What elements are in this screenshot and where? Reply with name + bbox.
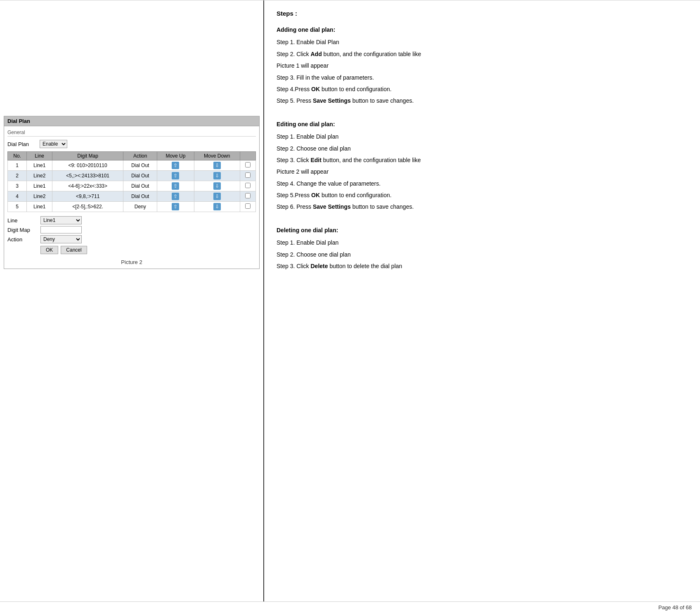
form-action-label: Action	[7, 236, 40, 243]
move-down-button[interactable]: ⇩	[213, 193, 221, 200]
right-panel: Steps : Adding one dial plan: Step 1. En…	[264, 0, 700, 601]
col-move-up: Move Up	[157, 152, 194, 160]
cell-line: Line2	[27, 171, 52, 181]
move-down-button[interactable]: ⇩	[213, 172, 221, 179]
form-action-select[interactable]: Dial Out Deny	[40, 235, 82, 243]
cell-move-up[interactable]: ⇧	[157, 181, 194, 191]
move-up-button[interactable]: ⇧	[172, 182, 179, 190]
col-action: Action	[123, 152, 157, 160]
table-row: 4Line2<9,8,:>711Dial Out⇧⇩	[8, 191, 256, 202]
editing-step-5: Step 5.Press OK button to end configurat…	[277, 191, 688, 200]
left-panel: Dial Plan General Dial Plan Enable Disab…	[0, 0, 264, 601]
form-line-select[interactable]: Line1 Line2	[40, 216, 82, 224]
form-line-label: Line	[7, 217, 40, 224]
cell-move-down[interactable]: ⇩	[194, 171, 240, 181]
cell-action: Dial Out	[123, 181, 157, 191]
move-up-button[interactable]: ⇧	[172, 172, 179, 179]
col-line: Line	[27, 152, 52, 160]
deleting-heading: Deleting one dial plan:	[277, 226, 688, 235]
cell-checkbox[interactable]	[240, 202, 255, 212]
ok-button[interactable]: OK	[40, 246, 58, 254]
row-checkbox[interactable]	[245, 183, 251, 188]
move-up-button[interactable]: ⇧	[172, 193, 179, 200]
cell-move-down[interactable]: ⇩	[194, 202, 240, 212]
dial-plan-header: Dial Plan	[4, 116, 260, 126]
cell-checkbox[interactable]	[240, 191, 255, 202]
deleting-step-2: Step 2. Choose one dial plan	[277, 250, 688, 259]
cell-move-down[interactable]: ⇩	[194, 181, 240, 191]
deleting-step-1: Step 1. Enable Dial plan	[277, 238, 688, 247]
steps-title: Steps :	[277, 9, 688, 19]
cell-move-down[interactable]: ⇩	[194, 191, 240, 202]
general-section: General Dial Plan Enable Disable No. Lin…	[4, 126, 260, 269]
table-row: 5Line1<[2-5],:5>622.Deny⇧⇩	[8, 202, 256, 212]
editing-heading: Editing one dial plan:	[277, 120, 688, 129]
dial-plan-field-row: Dial Plan Enable Disable	[7, 140, 256, 148]
cell-no: 1	[8, 160, 27, 171]
form-digit-map-row: Digit Map	[7, 226, 256, 233]
cell-no: 5	[8, 202, 27, 212]
cell-no: 3	[8, 181, 27, 191]
cancel-button[interactable]: Cancel	[61, 246, 87, 254]
picture-label: Picture 2	[7, 259, 256, 265]
page-info: Page 48 of 68	[658, 604, 692, 611]
editing-step-3: Step 3. Click Edit button, and the confi…	[277, 156, 688, 165]
editing-step-2: Step 2. Choose one dial plan	[277, 144, 688, 153]
dial-plan-section: Dial Plan General Dial Plan Enable Disab…	[4, 116, 260, 269]
editing-step-1: Step 1. Enable Dial plan	[277, 132, 688, 141]
cell-checkbox[interactable]	[240, 160, 255, 171]
adding-step-4: Step 4.Press OK button to end configurat…	[277, 85, 688, 94]
editing-step-6: Step 6. Press Save Settings button to sa…	[277, 202, 688, 211]
move-up-button[interactable]: ⇧	[172, 162, 179, 169]
cell-no: 2	[8, 171, 27, 181]
move-up-button[interactable]: ⇧	[172, 203, 179, 210]
cell-action: Dial Out	[123, 191, 157, 202]
form-line-row: Line Line1 Line2	[7, 216, 256, 224]
col-check	[240, 152, 255, 160]
cell-no: 4	[8, 191, 27, 202]
row-checkbox[interactable]	[245, 193, 251, 198]
cell-move-down[interactable]: ⇩	[194, 160, 240, 171]
move-down-button[interactable]: ⇩	[213, 162, 221, 169]
dial-plan-table: No. Line Digit Map Action Move Up Move D…	[7, 151, 256, 212]
table-row: 3Line1<4-6]:>22x<:333>Dial Out⇧⇩	[8, 181, 256, 191]
move-down-button[interactable]: ⇩	[213, 203, 221, 210]
editing-step-3b: Picture 2 will appear	[277, 167, 688, 176]
cell-line: Line1	[27, 202, 52, 212]
form-digit-map-input[interactable]	[40, 226, 82, 233]
row-checkbox[interactable]	[245, 172, 251, 178]
cell-action: Deny	[123, 202, 157, 212]
form-section: Line Line1 Line2 Digit Map Action Dial	[7, 216, 256, 254]
table-row: 2Line2<5,;><:24133>8101Dial Out⇧⇩	[8, 171, 256, 181]
adding-step-5: Step 5. Press Save Settings button to sa…	[277, 96, 688, 105]
move-down-button[interactable]: ⇩	[213, 182, 221, 190]
cell-line: Line1	[27, 160, 52, 171]
cell-digit-map: <5,;><:24133>8101	[52, 171, 123, 181]
col-move-down: Move Down	[194, 152, 240, 160]
adding-step-2: Step 2. Click Add button, and the config…	[277, 50, 688, 59]
col-no: No.	[8, 152, 27, 160]
cell-digit-map: <9,8,:>711	[52, 191, 123, 202]
adding-step-1: Step 1. Enable Dial Plan	[277, 38, 688, 47]
deleting-step-3: Step 3. Click Delete button to delete th…	[277, 262, 688, 271]
cell-move-up[interactable]: ⇧	[157, 160, 194, 171]
row-checkbox[interactable]	[245, 162, 251, 167]
cell-checkbox[interactable]	[240, 171, 255, 181]
cell-move-up[interactable]: ⇧	[157, 171, 194, 181]
form-button-row: OK Cancel	[40, 246, 256, 254]
cell-digit-map: <[2-5],:5>622.	[52, 202, 123, 212]
footer: Page 48 of 68	[0, 601, 700, 613]
general-label: General	[7, 130, 256, 137]
editing-step-4: Step 4. Change the value of parameters.	[277, 179, 688, 188]
cell-move-up[interactable]: ⇧	[157, 191, 194, 202]
cell-action: Dial Out	[123, 171, 157, 181]
form-action-row: Action Dial Out Deny	[7, 235, 256, 243]
cell-move-up[interactable]: ⇧	[157, 202, 194, 212]
cell-action: Dial Out	[123, 160, 157, 171]
cell-digit-map: <9: 010>2010110	[52, 160, 123, 171]
dial-plan-select[interactable]: Enable Disable	[40, 140, 67, 148]
cell-checkbox[interactable]	[240, 181, 255, 191]
col-digit-map: Digit Map	[52, 152, 123, 160]
row-checkbox[interactable]	[245, 203, 251, 209]
dial-plan-field-label: Dial Plan	[7, 141, 36, 147]
